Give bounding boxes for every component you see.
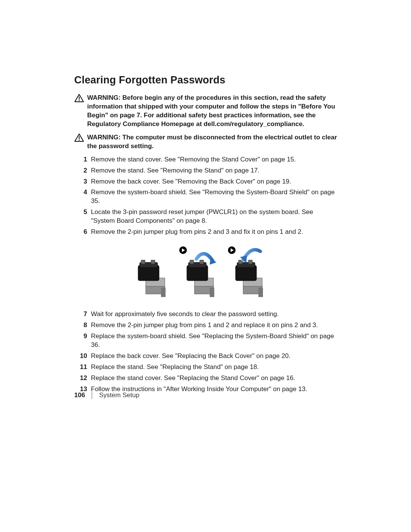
- document-page: Clearing Forgotten Passwords WARNING: Be…: [0, 0, 411, 532]
- step-list-b: 7Wait for approximately five seconds to …: [74, 310, 339, 394]
- step-number: 6: [74, 228, 91, 236]
- step-text: Remove the 2-pin jumper plug from pins 1…: [91, 321, 339, 330]
- warning-block: WARNING: Before begin any of the procedu…: [74, 94, 339, 129]
- warning-block: WARNING: The computer must be disconnect…: [74, 133, 339, 151]
- page-footer: 106 System Setup: [74, 391, 139, 399]
- footer-divider: [92, 391, 92, 399]
- page-title: Clearing Forgotten Passwords: [74, 74, 339, 86]
- warning-icon: [74, 94, 87, 102]
- step-text: Replace the stand. See "Replacing the St…: [91, 363, 339, 372]
- step-number: 2: [74, 166, 91, 175]
- step-text: Wait for approximately five seconds to c…: [91, 310, 339, 319]
- step-text: Remove the back cover. See "Removing the…: [91, 177, 339, 186]
- step-text: Locate the 3-pin password reset jumper (…: [91, 208, 339, 225]
- step-item: 5Locate the 3-pin password reset jumper …: [74, 208, 339, 225]
- step-text: Remove the system-board shield. See "Rem…: [91, 188, 339, 206]
- warning-icon: [74, 133, 87, 142]
- step-text: Remove the stand cover. See "Removing th…: [91, 155, 339, 164]
- step-item: 10Replace the back cover. See "Replacing…: [74, 352, 339, 361]
- step-number: 7: [74, 310, 91, 319]
- step-number: 5: [74, 208, 91, 217]
- step-number: 12: [74, 374, 91, 383]
- step-item: 1Remove the stand cover. See "Removing t…: [74, 155, 339, 164]
- step-number: 9: [74, 332, 91, 341]
- step-item: 3Remove the back cover. See "Removing th…: [74, 177, 339, 186]
- step-item: 8Remove the 2-pin jumper plug from pins …: [74, 321, 339, 330]
- jumper-diagram: [74, 246, 339, 301]
- warning-text: WARNING: Before begin any of the procedu…: [87, 94, 339, 129]
- step-item: 6Remove the 2-pin jumper plug from pins …: [74, 228, 339, 236]
- step-text: Remove the stand. See "Removing the Stan…: [91, 166, 339, 175]
- step-item: 12Replace the stand cover. See "Replacin…: [74, 374, 339, 383]
- footer-section: System Setup: [99, 391, 139, 399]
- svg-point-5: [79, 139, 80, 141]
- step-number: 8: [74, 321, 91, 330]
- step-item: 11Replace the stand. See "Replacing the …: [74, 363, 339, 372]
- step-number: 11: [74, 363, 91, 372]
- step-number: 4: [74, 188, 91, 197]
- step-list-a: 1Remove the stand cover. See "Removing t…: [74, 155, 339, 237]
- step-item: 9Replace the system-board shield. See "R…: [74, 332, 339, 350]
- step-text: Remove the 2-pin jumper plug from pins 2…: [91, 228, 339, 236]
- step-item: 2Remove the stand. See "Removing the Sta…: [74, 166, 339, 175]
- page-number: 106: [74, 391, 85, 399]
- warning-text: WARNING: The computer must be disconnect…: [87, 133, 339, 151]
- step-text: Replace the system-board shield. See "Re…: [91, 332, 339, 350]
- svg-point-2: [79, 100, 80, 101]
- step-number: 1: [74, 155, 91, 164]
- step-number: 3: [74, 177, 91, 186]
- step-number: 10: [74, 352, 91, 361]
- step-text: Replace the back cover. See "Replacing t…: [91, 352, 339, 361]
- step-item: 4Remove the system-board shield. See "Re…: [74, 188, 339, 206]
- step-text: Replace the stand cover. See "Replacing …: [91, 374, 339, 383]
- step-item: 7Wait for approximately five seconds to …: [74, 310, 339, 319]
